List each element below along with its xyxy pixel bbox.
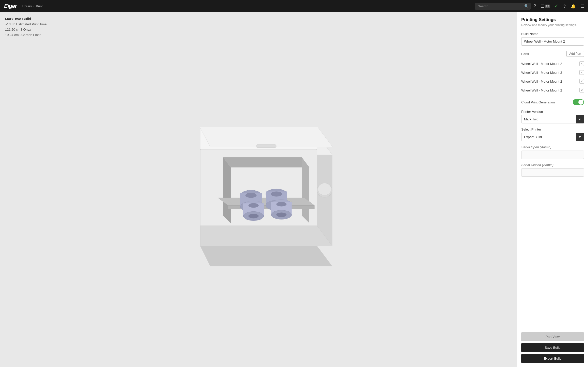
parts-list: Wheel Well - Motor Mount 2 ✕ Wheel Well …	[521, 59, 584, 95]
print-status-button[interactable]: ✓	[555, 3, 558, 9]
printer-3d-view	[167, 114, 350, 271]
servo-open-label: Servo Open (Admin)	[521, 145, 584, 149]
menu-button[interactable]: ☰	[580, 4, 584, 9]
servo-open-input[interactable]	[521, 151, 584, 159]
panel-footer: Part View Save Build Export Build	[517, 332, 588, 367]
build-title: Mark Two Build	[5, 16, 47, 22]
hamburger-icon: ☰	[580, 4, 584, 9]
print-queue-badge: 20	[545, 5, 550, 8]
panel-title: Printing Settings	[521, 17, 584, 22]
parts-label: Parts	[521, 52, 529, 56]
search-icon-button[interactable]: 🔍	[524, 4, 529, 8]
topnav-icons: ? ☰ 20 ✓ ⇧ 🔔 ☰	[534, 3, 584, 9]
cloud-print-toggle[interactable]	[573, 99, 584, 105]
part-item: Wheel Well - Motor Mount 2 ✕	[521, 86, 584, 95]
help-button[interactable]: ?	[534, 4, 536, 8]
part-remove-button[interactable]: ✕	[579, 61, 584, 66]
part-name: Wheel Well - Motor Mount 2	[521, 62, 562, 66]
part-remove-button[interactable]: ✕	[579, 88, 584, 93]
right-panel: Printing Settings Review and modify your…	[517, 12, 588, 367]
save-build-button[interactable]: Save Build	[521, 343, 584, 352]
breadcrumb-build: Build	[36, 4, 43, 8]
cloud-print-label: Cloud Print Generation	[521, 100, 555, 104]
print-queue-button[interactable]: ☰ 20	[541, 4, 550, 9]
svg-rect-42	[200, 150, 317, 226]
bell-icon: 🔔	[571, 4, 576, 9]
app-logo: Eiger	[4, 3, 17, 9]
part-item: Wheel Well - Motor Mount 2 ✕	[521, 59, 584, 68]
part-view-button[interactable]: Part View	[521, 332, 584, 341]
printer-version-select-wrap: Mark Two Mark One Onyx One ▼	[521, 115, 584, 123]
upload-icon: ⇧	[563, 4, 566, 9]
part-remove-button[interactable]: ✕	[579, 70, 584, 75]
topnav: Eiger Library / Build 🔍 ? ☰ 20 ✓ ⇧ 🔔 ☰	[0, 0, 588, 12]
build-info: Mark Two Build ~1d 3h Estimated Print Ti…	[5, 16, 47, 38]
svg-point-44	[318, 183, 331, 195]
svg-rect-11	[200, 226, 317, 246]
parts-header: Parts Add Part	[521, 51, 584, 57]
add-part-button[interactable]: Add Part	[566, 51, 584, 57]
part-item: Wheel Well - Motor Mount 2 ✕	[521, 68, 584, 77]
search-input[interactable]	[475, 3, 531, 10]
notifications-button[interactable]: 🔔	[571, 4, 576, 9]
svg-rect-45	[256, 144, 276, 148]
export-build-button[interactable]: Export Build	[521, 354, 584, 363]
print-queue-icon: ☰	[541, 4, 544, 9]
part-name: Wheel Well - Motor Mount 2	[521, 88, 562, 92]
breadcrumb-separator: /	[33, 4, 35, 8]
breadcrumb-library[interactable]: Library	[22, 4, 32, 8]
part-name: Wheel Well - Motor Mount 2	[521, 80, 562, 83]
part-remove-button[interactable]: ✕	[579, 79, 584, 84]
select-printer-label: Select Printer	[521, 127, 584, 131]
part-name: Wheel Well - Motor Mount 2	[521, 71, 562, 75]
printer-version-select[interactable]: Mark Two Mark One Onyx One	[521, 115, 584, 123]
build-name-input[interactable]	[521, 37, 584, 46]
carbon-fiber-volume: 19.24 cm3 Carbon Fiber	[5, 32, 47, 38]
viewport: Mark Two Build ~1d 3h Estimated Print Ti…	[0, 12, 517, 367]
panel-subtitle: Review and modify your printing settings…	[521, 23, 584, 27]
build-name-label: Build Name	[521, 32, 584, 36]
cloud-print-row: Cloud Print Generation	[521, 99, 584, 105]
printer-version-label: Printer Version	[521, 110, 584, 114]
print-time: ~1d 3h Estimated Print Time	[5, 22, 47, 27]
help-icon: ?	[534, 4, 536, 8]
part-item: Wheel Well - Motor Mount 2 ✕	[521, 77, 584, 86]
upload-button[interactable]: ⇧	[563, 4, 566, 9]
select-printer-select-wrap: Export Build Printer 1 Printer 2 ▼	[521, 133, 584, 141]
print-status-icon: ✓	[555, 3, 558, 9]
breadcrumb: Library / Build	[22, 4, 43, 8]
onyx-volume: 121.20 cm3 Onyx	[5, 27, 47, 32]
svg-marker-12	[200, 246, 332, 266]
select-printer-select[interactable]: Export Build Printer 1 Printer 2	[521, 133, 584, 141]
servo-closed-label: Servo Closed (Admin)	[521, 163, 584, 167]
svg-marker-5	[200, 127, 333, 147]
servo-closed-input[interactable]	[521, 168, 584, 177]
search-bar: 🔍	[475, 3, 531, 10]
main-layout: Mark Two Build ~1d 3h Estimated Print Ti…	[0, 12, 588, 367]
